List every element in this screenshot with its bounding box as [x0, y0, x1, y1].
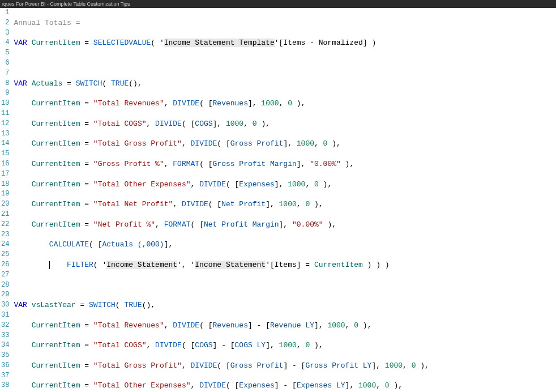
code-line[interactable]: CurrentItem = "Total Gross Profit", DIVI… [14, 139, 556, 149]
code-line[interactable] [14, 280, 556, 291]
code-line[interactable]: Annual Totals = [14, 18, 556, 28]
dax-editor[interactable]: 1 2 3 4 5 6 7 8 9 10 11 12 13 14 15 16 1… [0, 8, 556, 392]
code-line[interactable]: CurrentItem = "Total COGS", DIVIDE( [COG… [14, 340, 556, 351]
code-line[interactable]: CurrentItem = "Total Other Expenses", DI… [14, 180, 556, 190]
line-number-gutter: 1 2 3 4 5 6 7 8 9 10 11 12 13 14 15 16 1… [0, 8, 12, 392]
code-line[interactable]: CurrentItem = "Total Revenues", DIVIDE( … [14, 321, 556, 331]
code-area[interactable]: Annual Totals = VAR CurrentItem = SELECT… [12, 8, 556, 392]
code-line[interactable]: CurrentItem = "Total COGS", DIVIDE( [COG… [14, 119, 556, 129]
code-line[interactable]: FILTER( 'Income Statement', 'Income Stat… [14, 260, 556, 270]
text-cursor [49, 261, 50, 269]
window-title-bar: iques For Power BI - Complete Table Cust… [0, 0, 556, 8]
code-line[interactable]: CurrentItem = "Gross Profit %", FORMAT( … [14, 159, 556, 169]
code-line[interactable]: VAR vsLastYear = SWITCH( TRUE(), [14, 300, 556, 310]
code-line[interactable]: CurrentItem = "Total Net Profit", DIVIDE… [14, 199, 556, 210]
code-line[interactable]: VAR Actuals = SWITCH( TRUE(), [14, 79, 556, 89]
code-line[interactable]: CurrentItem = "Net Profit %", FORMAT( [N… [14, 220, 556, 230]
code-line[interactable]: CALCULATE( [Actuals (,000)], [14, 240, 556, 250]
code-line[interactable]: CurrentItem = "Total Revenues", DIVIDE( … [14, 99, 556, 109]
code-line[interactable]: VAR CurrentItem = SELECTEDVALUE( 'Income… [14, 38, 556, 48]
code-line[interactable] [14, 58, 556, 69]
code-line[interactable]: CurrentItem = "Total Other Expenses", DI… [14, 381, 556, 391]
window-title: iques For Power BI - Complete Table Cust… [2, 1, 130, 7]
code-line[interactable]: CurrentItem = "Total Gross Profit", DIVI… [14, 361, 556, 371]
